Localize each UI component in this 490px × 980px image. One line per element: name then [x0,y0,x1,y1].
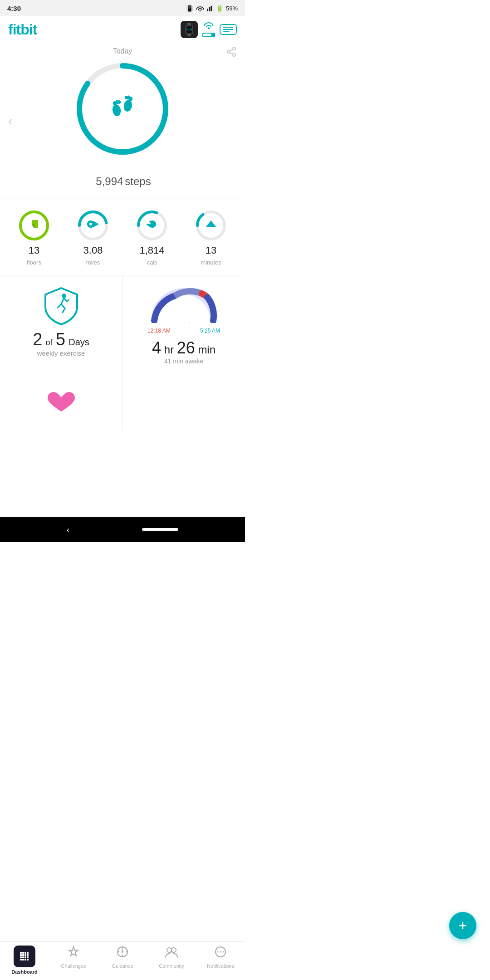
svg-rect-7 [187,23,191,25]
date-label: Today [113,47,132,55]
card-grid: 2 of 5 Days weekly exercise [0,275,245,430]
wifi-icon [196,5,204,11]
status-bar: 4:30 📳 🔋 59% [0,0,245,16]
floors-stat[interactable]: 13 floors [5,209,64,266]
svg-text:12:18: 12:18 [186,28,192,31]
sleep-start-time: 12:18 AM [147,328,171,334]
svg-rect-2 [211,6,212,11]
exercise-sub-label: weekly exercise [33,349,89,357]
cals-label: cals [147,259,157,266]
battery-percent: 59% [226,5,238,12]
svg-rect-0 [207,9,208,11]
sleep-card[interactable]: 12:18 AM 5:25 AM 4 hr 26 min 41 min awak… [122,275,245,375]
vibrate-icon: 📳 [186,5,193,12]
fitbit-logo: fitbit [8,21,37,38]
system-back-button[interactable]: ‹ [67,524,70,535]
minutes-label: minutes [201,259,221,266]
system-navigation-bar: ‹ [0,517,245,542]
sleep-sub-label: 41 min awake [152,358,216,365]
exercise-goal: 5 [56,330,65,349]
cals-value: 1,814 [139,245,164,256]
status-time: 4:30 [7,5,21,12]
previous-day-button[interactable]: ‹ [8,114,12,128]
floors-label: floors [27,259,41,266]
cals-stat[interactable]: 1,814 cals [122,209,181,266]
svg-line-12 [230,53,233,54]
exercise-card[interactable]: 2 of 5 Days weekly exercise [0,275,122,375]
sleep-minutes: 26 [177,338,195,357]
heart-rate-card[interactable] [0,375,122,430]
sleep-min-unit: min [198,343,216,356]
exercise-current: 2 [33,330,42,349]
steps-circle [73,59,172,159]
svg-marker-27 [32,225,34,228]
exercise-shield-icon [41,284,82,325]
status-icons: 📳 🔋 59% [186,5,238,12]
miles-label: miles [86,259,100,266]
svg-line-36 [61,298,64,304]
miles-icon [88,218,98,233]
svg-point-10 [227,50,230,53]
sync-icon[interactable] [202,22,215,37]
device-icon[interactable]: 12:18 [181,21,198,38]
signal-icon [207,5,213,11]
stats-row: 13 floors 3.08 miles [0,200,245,275]
exercise-unit: Days [69,337,89,347]
app-header: fitbit 12:18 [0,16,245,43]
svg-line-37 [58,304,61,308]
svg-line-38 [61,304,65,309]
floors-icon [28,218,40,233]
svg-point-11 [233,54,235,56]
svg-rect-26 [32,220,38,225]
system-home-button[interactable] [142,528,178,531]
svg-line-39 [62,309,65,313]
sleep-text: 4 hr 26 min 41 min awake [152,338,216,365]
exercise-text: 2 of 5 Days weekly exercise [33,330,89,357]
svg-point-20 [123,99,133,113]
sleep-hours: 4 [152,338,161,357]
svg-rect-1 [209,7,210,11]
svg-point-16 [112,104,122,117]
share-button[interactable] [226,46,237,60]
svg-rect-3 [212,5,213,11]
exercise-of: of [46,338,53,347]
empty-card [122,375,245,430]
minutes-value: 13 [206,245,216,256]
miles-value: 3.08 [83,245,103,256]
sleep-times: 12:18 AM 5:25 AM [147,328,220,334]
minutes-icon [206,218,216,233]
sleep-hr-unit: hr [164,343,174,356]
battery-icon: 🔋 [216,5,223,12]
minutes-stat[interactable]: 13 minutes [181,209,240,266]
svg-point-9 [233,47,235,50]
steps-footprint-icon [107,90,138,128]
miles-stat[interactable]: 3.08 miles [64,209,122,266]
steps-section: Today ‹ [0,43,245,200]
svg-marker-34 [206,220,216,227]
floors-value: 13 [29,245,39,256]
sleep-arc [147,284,220,323]
svg-line-13 [230,49,233,51]
header-icons: 12:18 [181,21,237,38]
svg-rect-25 [34,225,38,228]
sleep-end-time: 5:25 AM [200,328,220,334]
steps-value: 5,994steps [94,163,151,191]
cals-icon [147,218,157,233]
menu-icon[interactable] [220,24,237,35]
svg-rect-8 [187,34,191,36]
svg-line-41 [67,299,69,301]
